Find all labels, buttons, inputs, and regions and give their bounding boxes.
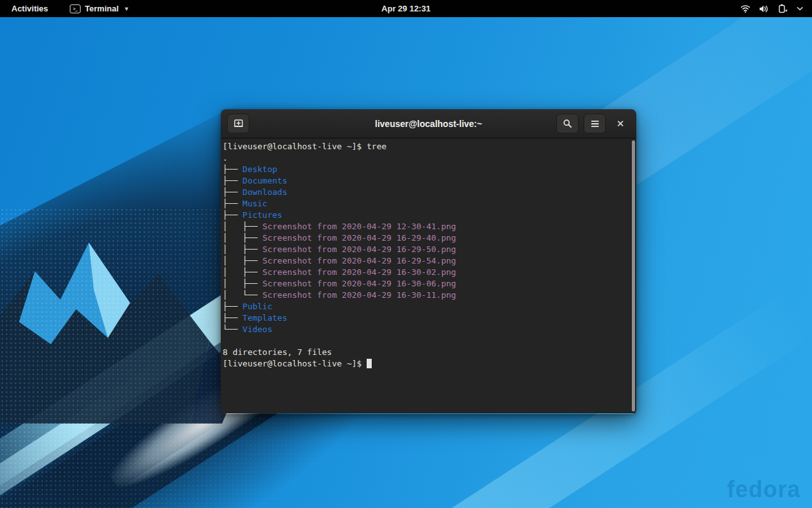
terminal-text-segment: [liveuser@localhost-live ~]$: [223, 359, 367, 368]
chevron-down-icon: [797, 6, 803, 11]
search-button[interactable]: [556, 114, 579, 133]
terminal-text-segment: Pictures: [242, 210, 282, 220]
terminal-line: │ ├── Screenshot from 2020-04-29 16-30-0…: [223, 278, 627, 290]
terminal-text-segment: Desktop: [242, 164, 277, 174]
terminal-text-segment: Screenshot from 2020-04-29 16-29-40.png: [263, 233, 456, 243]
terminal-line: │ ├── Screenshot from 2020-04-29 16-29-5…: [223, 255, 627, 267]
wifi-icon: [740, 4, 750, 13]
terminal-line: ├── Documents: [223, 175, 627, 187]
search-icon: [563, 119, 572, 128]
clock-label[interactable]: Apr 29 12:31: [381, 4, 430, 13]
terminal-text-segment: Downloads: [242, 187, 287, 197]
terminal-window: liveuser@localhost-live:~ ✕ [liveuser@l: [221, 109, 636, 414]
terminal-text-segment: Screenshot from 2020-04-29 16-29-50.png: [263, 244, 456, 254]
terminal-text-segment: │ ├──: [223, 267, 263, 277]
app-menu-terminal[interactable]: >_ Terminal ▼: [70, 4, 129, 13]
terminal-text-segment: │ └──: [223, 290, 263, 300]
hamburger-menu-icon: [591, 120, 599, 128]
terminal-text-segment: Screenshot from 2020-04-29 16-29-54.png: [263, 256, 456, 265]
terminal-line: ├── Downloads: [223, 187, 627, 198]
terminal-text-segment: Music: [242, 199, 267, 208]
terminal-text-segment: │ ├──: [223, 244, 263, 254]
terminal-text-segment: ├──: [223, 176, 242, 185]
terminal-line: 8 directories, 7 files: [223, 347, 627, 358]
terminal-line: │ ├── Screenshot from 2020-04-29 16-30-0…: [223, 267, 627, 278]
terminal-line: [liveuser@localhost-live ~]$: [223, 358, 627, 370]
terminal-text-segment: Screenshot from 2020-04-29 12-30-41.png: [263, 222, 456, 231]
terminal-text-segment: Screenshot from 2020-04-29 16-30-02.png: [263, 267, 456, 277]
terminal-line: [223, 335, 627, 347]
terminal-line: ├── Public: [223, 301, 627, 312]
terminal-text-segment: Templates: [242, 313, 287, 323]
terminal-line: │ └── Screenshot from 2020-04-29 16-30-1…: [223, 290, 627, 301]
terminal-line: [liveuser@localhost-live ~]$ tree: [223, 141, 627, 152]
menu-button[interactable]: [584, 114, 606, 133]
terminal-text-segment: ├──: [223, 210, 242, 220]
fedora-logo: fedora: [727, 476, 801, 503]
terminal-text-segment: Videos: [242, 324, 272, 334]
terminal-text-segment: .: [223, 153, 228, 163]
terminal-text-segment: ├──: [223, 164, 242, 174]
terminal-text-segment: ├──: [223, 313, 242, 323]
terminal-text-segment: Screenshot from 2020-04-29 16-30-06.png: [263, 279, 456, 288]
top-bar: Activities >_ Terminal ▼ Apr 29 12:31: [0, 0, 812, 17]
battery-charging-icon: [777, 4, 789, 13]
terminal-text-segment: │ ├──: [223, 233, 263, 243]
volume-icon: [759, 4, 769, 13]
terminal-text-segment: │ ├──: [223, 256, 263, 265]
terminal-text-segment: Screenshot from 2020-04-29 16-30-11.png: [263, 290, 456, 300]
terminal-line: .: [223, 152, 627, 164]
terminal-scrollbar[interactable]: [632, 140, 635, 411]
terminal-line: │ ├── Screenshot from 2020-04-29 16-29-4…: [223, 232, 627, 244]
app-menu-label: Terminal: [85, 4, 119, 13]
terminal-text-segment: [liveuser@localhost-live ~]$ tree: [223, 142, 386, 151]
terminal-line: │ ├── Screenshot from 2020-04-29 12-30-4…: [223, 221, 627, 232]
terminal-text-segment: └──: [223, 324, 242, 334]
terminal-text-segment: Documents: [242, 176, 287, 185]
terminal-cursor: [367, 359, 372, 368]
terminal-content[interactable]: [liveuser@localhost-live ~]$ tree.├── De…: [223, 141, 627, 370]
terminal-text-segment: ├──: [223, 187, 242, 197]
terminal-text-segment: ├──: [223, 199, 242, 208]
terminal-line: ├── Templates: [223, 312, 627, 324]
activities-button[interactable]: Activities: [8, 3, 52, 15]
terminal-text-segment: │ ├──: [223, 279, 263, 288]
system-status-area[interactable]: [740, 4, 812, 13]
terminal-line: ├── Pictures: [223, 210, 627, 221]
terminal-line: │ ├── Screenshot from 2020-04-29 16-29-5…: [223, 244, 627, 255]
terminal-icon: >_: [70, 4, 81, 13]
close-button[interactable]: ✕: [611, 114, 630, 133]
terminal-text-segment: Public: [242, 302, 272, 311]
close-icon: ✕: [617, 118, 625, 130]
terminal-text-segment: │ ├──: [223, 222, 263, 231]
terminal-line: ├── Desktop: [223, 164, 627, 175]
terminal-text-segment: ├──: [223, 302, 242, 311]
new-tab-icon: [233, 119, 244, 128]
terminal-titlebar[interactable]: liveuser@localhost-live:~ ✕: [221, 109, 636, 138]
terminal-line: └── Videos: [223, 324, 627, 335]
terminal-body[interactable]: [liveuser@localhost-live ~]$ tree.├── De…: [221, 138, 636, 413]
chevron-down-icon: ▼: [124, 6, 129, 12]
new-tab-button[interactable]: [227, 114, 249, 133]
terminal-line: ├── Music: [223, 198, 627, 210]
terminal-text-segment: 8 directories, 7 files: [223, 347, 332, 357]
